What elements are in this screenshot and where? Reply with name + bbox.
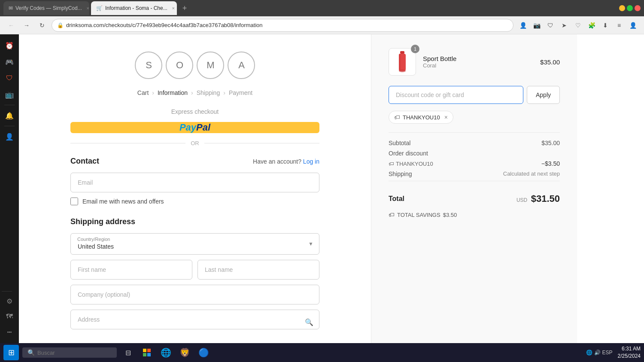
breadcrumb-cart[interactable]: Cart — [137, 89, 149, 96]
breadcrumb-payment[interactable]: Payment — [229, 89, 252, 96]
user-icon[interactable]: 👤 — [627, 19, 639, 31]
last-name-input[interactable] — [197, 260, 319, 280]
paypal-button[interactable]: PayPal — [70, 122, 319, 133]
back-button[interactable]: ← — [5, 19, 17, 31]
taskbar-app-explorer[interactable] — [139, 345, 155, 360]
tab-1[interactable]: ✉ Verify Codes — SimplyCod... × — [3, 1, 89, 15]
taskbar-search[interactable]: 🔍 — [22, 347, 117, 358]
address-bar[interactable]: 🔒 drinksoma.com/checkouts/c/77e493eb9ec4… — [52, 19, 513, 32]
sidebar-item-map[interactable]: 🗺 — [2, 309, 17, 324]
address-input[interactable] — [70, 310, 319, 329]
summary-divider-2 — [389, 181, 560, 181]
sidebar-sep-2 — [4, 126, 15, 126]
sidebar-sep-1 — [4, 105, 15, 105]
address-search-icon: 🔍 — [305, 318, 313, 326]
url-text: drinksoma.com/checkouts/c/77e493eb9ec44c… — [66, 22, 262, 28]
country-wrapper: Country/Region United States ▼ — [70, 233, 319, 255]
sidebar-item-settings[interactable]: ⚙ — [2, 293, 17, 309]
tab2-close[interactable]: × — [170, 5, 177, 12]
email-input[interactable] — [70, 173, 319, 192]
sidebar-item-more[interactable]: ••• — [2, 324, 17, 340]
refresh-button[interactable]: ↻ — [36, 19, 48, 31]
item-price: $35.00 — [540, 58, 560, 66]
taskbar-search-input[interactable] — [37, 350, 106, 356]
profile-icon[interactable]: 👤 — [517, 19, 529, 31]
svg-rect-4 — [143, 349, 146, 352]
contact-header: Contact Have an account? Log in — [70, 157, 319, 166]
item-quantity-badge: 1 — [411, 45, 419, 53]
forward-button[interactable]: → — [21, 19, 33, 31]
item-variant: Coral — [423, 62, 533, 69]
new-tab-button[interactable]: + — [179, 2, 191, 14]
download-icon[interactable]: ⬇ — [599, 19, 611, 31]
close-button[interactable] — [635, 5, 641, 11]
taskbar-chrome[interactable]: 🔵 — [196, 345, 211, 360]
send-icon[interactable]: ➤ — [558, 19, 570, 31]
maximize-button[interactable] — [627, 5, 633, 11]
or-line-left — [70, 143, 185, 143]
extension-icon[interactable]: 🧩 — [586, 19, 598, 31]
login-link[interactable]: Log in — [303, 158, 319, 165]
taskbar-edge[interactable]: 🌐 — [158, 345, 173, 360]
sidebar-item-history[interactable]: ⏰ — [2, 38, 17, 53]
date: 2/25/2024 — [618, 353, 641, 360]
sidebar-item-notifications[interactable]: 🔔 — [2, 108, 17, 123]
order-discount-row: Order discount — [389, 150, 560, 157]
tab1-favicon: ✉ — [9, 5, 13, 11]
sidebar-item-shield[interactable]: 🛡 — [2, 70, 17, 86]
subtotal-label: Subtotal — [389, 140, 410, 146]
menu-icon[interactable]: ≡ — [613, 19, 625, 31]
tab-2[interactable]: 🛒 Information - Soma - Che... × — [91, 1, 177, 15]
or-line-right — [204, 143, 319, 143]
item-info: Sport Bottle Coral — [423, 55, 533, 69]
order-item: 1 Sport Bottle Coral $35.00 — [389, 48, 560, 76]
breadcrumb-sep-3: › — [223, 89, 225, 96]
network-icon: 🌐 — [586, 350, 592, 356]
country-label: Country/Region — [77, 237, 110, 242]
discount-row: Apply — [389, 86, 560, 104]
taskbar-brave[interactable]: 🦁 — [177, 345, 192, 360]
screenshot-icon[interactable]: 📷 — [531, 19, 543, 31]
main-area: ⏰ 🎮 🛡 📺 🔔 👤 ⚙ 🗺 ••• S O M — [0, 34, 644, 343]
item-image: 1 — [389, 48, 416, 76]
coupon-remove-button[interactable]: × — [444, 114, 448, 121]
shipping-label: Shipping — [389, 170, 412, 177]
discount-code-icon: 🏷 — [389, 161, 394, 167]
svg-rect-0 — [400, 51, 404, 54]
minimize-button[interactable] — [619, 5, 625, 11]
shield-icon[interactable]: 🛡 — [544, 19, 556, 31]
first-name-input[interactable] — [70, 260, 192, 280]
apply-button[interactable]: Apply — [527, 86, 560, 104]
taskbar-task-view[interactable]: ⊟ — [120, 345, 136, 360]
start-button[interactable]: ⊞ — [3, 345, 19, 360]
shipping-title: Shipping address — [70, 217, 319, 226]
volume-icon: 🔊 — [594, 350, 601, 356]
logo-o: O — [166, 52, 193, 79]
contact-title: Contact — [70, 157, 99, 166]
sidebar-item-tv[interactable]: 📺 — [2, 87, 17, 102]
svg-rect-6 — [143, 353, 146, 356]
taskbar-search-icon: 🔍 — [27, 349, 35, 356]
breadcrumb: Cart › Information › Shipping › Payment — [137, 89, 252, 96]
coupon-tag: 🏷 THANKYOU10 × — [389, 111, 453, 124]
heart-icon[interactable]: ♡ — [572, 19, 584, 31]
breadcrumb-shipping[interactable]: Shipping — [197, 89, 220, 96]
total-amount: $31.50 — [531, 193, 560, 204]
discount-input[interactable] — [389, 86, 523, 104]
shipping-section: Shipping address Country/Region United S… — [70, 217, 319, 335]
browser-frame: ✉ Verify Codes — SimplyCod... × 🛒 Inform… — [0, 0, 644, 362]
coupon-code: THANKYOU10 — [403, 114, 440, 121]
total-currency: USD — [516, 197, 527, 203]
nav-bar: ← → ↻ 🔒 drinksoma.com/checkouts/c/77e493… — [0, 16, 644, 34]
savings-amount: $3.50 — [443, 212, 457, 218]
company-input[interactable] — [70, 285, 319, 304]
discount-code-row: 🏷 THANKYOU10 −$3.50 — [389, 160, 560, 167]
order-discount-label: Order discount — [389, 150, 428, 157]
newsletter-checkbox[interactable] — [70, 198, 78, 205]
sidebar-item-user[interactable]: 👤 — [2, 129, 17, 144]
sidebar-item-games[interactable]: 🎮 — [2, 54, 17, 70]
item-name: Sport Bottle — [423, 55, 533, 62]
newsletter-label: Email me with news and offers — [82, 198, 164, 205]
tab1-close[interactable]: × — [85, 5, 89, 12]
taskbar-right: 🌐 🔊 ESP 6:31 AM 2/25/2024 — [586, 345, 641, 360]
